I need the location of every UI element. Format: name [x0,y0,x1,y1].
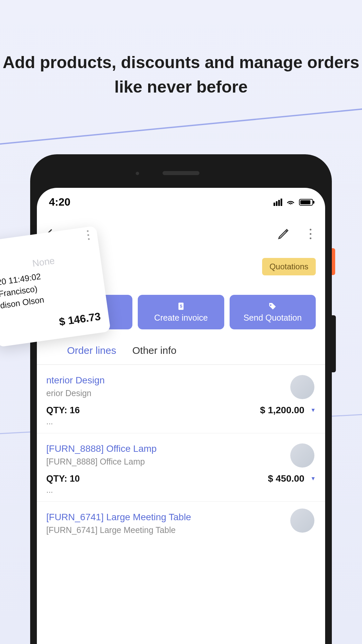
product-subtitle: [FURN_6741] Large Meeting Table [46,525,316,535]
phone-notch [163,171,199,175]
status-bar: 4:20 [37,188,325,216]
phone-side-button-accent [332,248,335,275]
popup-more-button[interactable] [87,230,90,240]
product-thumbnail [290,508,314,533]
product-qty: QTY: 16 [46,405,80,416]
invoice-icon: $ [176,302,186,311]
edit-button[interactable] [277,227,290,240]
ellipsis: ... [46,417,316,426]
product-price: $ 450.00 [268,473,304,484]
product-title: [FURN_6741] Large Meeting Table [46,512,316,523]
svg-text:$: $ [180,304,182,309]
tag-icon [268,302,277,311]
chevron-down-icon[interactable]: ▼ [310,476,316,482]
decorative-line [0,100,362,150]
send-quotation-button[interactable]: Send Quotation [230,295,316,329]
product-title: [FURN_8888] Office Lamp [46,443,316,454]
more-menu-button[interactable] [304,227,317,240]
product-thumbnail [290,375,314,399]
status-time: 4:20 [49,196,70,208]
page-title: Add products, discounts and manage order… [0,0,362,99]
product-title: nterior Design [46,375,316,386]
phone-camera-dot [136,172,139,175]
line-item[interactable]: nterior Design erior Design QTY: 16 $ 1,… [37,365,325,433]
status-badge: Quotations [262,258,316,275]
phone-frame: 4:20 [30,154,332,644]
create-invoice-button[interactable]: $ Create invoice [138,295,224,329]
product-qty: QTY: 10 [46,474,80,484]
product-price: $ 1,200.00 [260,405,304,416]
battery-icon [299,199,313,206]
line-item[interactable]: [FURN_6741] Large Meeting Table [FURN_67… [37,502,325,548]
product-thumbnail [290,443,314,468]
popup-total: $ 146.73 [3,310,101,336]
chevron-down-icon[interactable]: ▼ [310,407,316,413]
status-icons [274,199,313,206]
tabs: Order lines Other info [37,338,325,365]
create-invoice-label: Create invoice [154,313,208,323]
product-subtitle: erior Design [46,388,316,398]
line-item[interactable]: [FURN_8888] Office Lamp [FURN_8888] Offi… [37,433,325,502]
tab-order-lines[interactable]: Order lines [67,345,116,356]
product-subtitle: [FURN_8888] Office Lamp [46,457,316,467]
ellipsis: ... [46,485,316,495]
phone-side-button [332,315,336,372]
send-quotation-label: Send Quotation [243,313,302,323]
wifi-icon [286,199,295,206]
popup-card: None 20 11:49:02 Francisco) dison Olson … [0,226,111,347]
tab-other-info[interactable]: Other info [132,345,177,356]
cellular-signal-icon [274,199,282,206]
